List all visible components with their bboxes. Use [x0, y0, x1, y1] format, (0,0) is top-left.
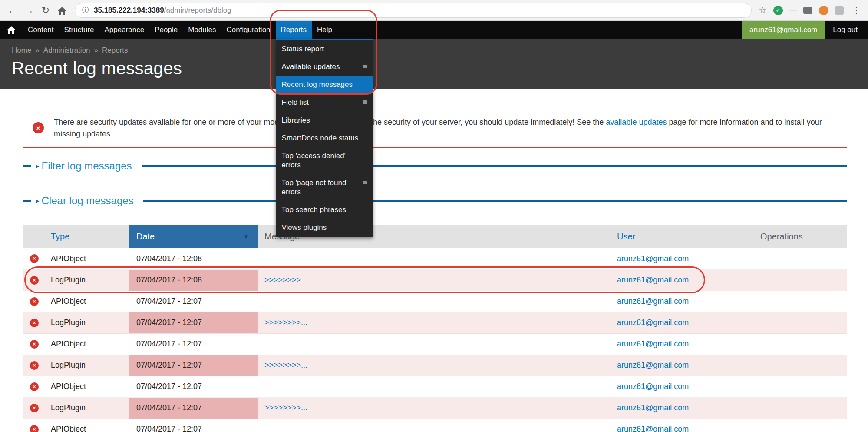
menu-item-label: Field list: [282, 98, 309, 107]
logout-button[interactable]: Log out: [825, 21, 865, 39]
user-column-header[interactable]: User: [610, 225, 736, 248]
toolbar-item-modules[interactable]: Modules: [183, 21, 221, 39]
type-label: APIObject: [51, 425, 86, 432]
menu-item[interactable]: SmartDocs node status: [276, 129, 373, 147]
forward-icon[interactable]: →: [21, 5, 37, 16]
log-rows-body: ×APIObject07/04/2017 - 12:08arunz61@gmai…: [23, 248, 847, 432]
bookmark-star-icon[interactable]: ☆: [759, 5, 767, 16]
clear-fieldset-toggle[interactable]: Clear log messages: [42, 195, 134, 207]
operations-cell: [736, 291, 847, 312]
type-cell: ×LogPlugin: [23, 355, 129, 376]
menu-item[interactable]: Recent log messages: [276, 76, 373, 93]
type-cell: ×APIObject: [23, 291, 129, 312]
available-updates-link[interactable]: available updates: [606, 118, 667, 126]
menu-item[interactable]: Available updates: [276, 58, 373, 76]
url-host: 35.185.222.194:3389: [94, 6, 164, 15]
dim-dots-extension-icon[interactable]: ⋯: [789, 6, 797, 15]
gray-extension-icon[interactable]: [835, 6, 844, 15]
user-link[interactable]: arunz61@gmail.com: [617, 425, 689, 432]
menu-item[interactable]: Top 'access denied' errors: [276, 147, 373, 174]
table-row: ×LogPlugin07/04/2017 - 12:07>>>>>>>>...a…: [23, 355, 847, 376]
operations-cell: [736, 333, 847, 355]
message-link[interactable]: >>>>>>>>...: [264, 318, 307, 327]
toolbar-account-area: arunz61@gmail.com Log out: [742, 21, 865, 39]
back-icon[interactable]: ←: [4, 5, 21, 16]
address-bar[interactable]: ⓘ 35.185.222.194:3389/admin/reports/dblo…: [75, 3, 752, 18]
fieldset-dash: [23, 165, 31, 167]
error-icon: ×: [30, 404, 39, 412]
admin-home-icon[interactable]: [0, 21, 23, 39]
operations-column-header: Operations: [736, 225, 847, 248]
table-row: ×APIObject07/04/2017 - 12:07arunz61@gmai…: [23, 291, 847, 312]
user-link[interactable]: arunz61@gmail.com: [617, 403, 689, 412]
page-title: Recent log messages: [12, 59, 868, 78]
toolbar-item-structure[interactable]: Structure: [59, 21, 99, 39]
menu-item[interactable]: Field list: [276, 93, 373, 111]
home-icon[interactable]: [54, 5, 70, 16]
operations-cell: [736, 397, 847, 419]
type-cell: ×APIObject: [23, 419, 129, 432]
operations-cell: [736, 376, 847, 397]
browser-chrome: ← → ↻ ⓘ 35.185.222.194:3389/admin/report…: [0, 0, 868, 21]
breadcrumb-home[interactable]: Home: [12, 46, 31, 55]
menu-item[interactable]: Status report: [276, 40, 373, 58]
menu-item[interactable]: Top 'page not found' errors: [276, 174, 373, 201]
green-check-extension-icon[interactable]: ✓: [773, 6, 783, 15]
menu-item[interactable]: Top search phrases: [276, 201, 373, 219]
breadcrumb-separator: »: [94, 46, 98, 55]
reload-icon[interactable]: ↻: [37, 5, 54, 16]
user-link[interactable]: arunz61@gmail.com: [617, 297, 689, 306]
menu-item[interactable]: Libraries: [276, 111, 373, 129]
log-messages-table: Type Date ▼ Message User Operations ×API…: [23, 225, 847, 432]
user-link[interactable]: arunz61@gmail.com: [617, 361, 689, 369]
menu-item-label: SmartDocs node status: [282, 133, 359, 143]
toolbar-item-reports[interactable]: Reports Status reportAvailable updatesRe…: [276, 21, 312, 39]
user-link[interactable]: arunz61@gmail.com: [617, 254, 689, 263]
orange-extension-icon[interactable]: [819, 6, 828, 15]
filter-fieldset-toggle[interactable]: Filter log messages: [42, 160, 132, 172]
collapsed-arrow-icon: ▸: [36, 162, 40, 170]
type-label: APIObject: [51, 339, 86, 349]
date-cell: 07/04/2017 - 12:07: [129, 397, 258, 419]
type-label: APIObject: [51, 254, 86, 263]
message-cell: [258, 376, 610, 397]
message-link[interactable]: >>>>>>>>...: [264, 276, 307, 284]
type-cell: ×APIObject: [23, 248, 129, 269]
account-badge[interactable]: arunz61@gmail.com: [742, 21, 825, 39]
operations-cell: [736, 312, 847, 333]
fieldset-dash: [23, 200, 31, 202]
date-header-label: Date: [136, 232, 155, 242]
table-header-row: Type Date ▼ Message User Operations: [23, 225, 847, 248]
user-link[interactable]: arunz61@gmail.com: [617, 382, 689, 391]
browser-menu-icon[interactable]: ⋮: [852, 5, 861, 16]
reports-dropdown-menu: Status reportAvailable updatesRecent log…: [276, 39, 373, 237]
type-cell: ×LogPlugin: [23, 312, 129, 333]
admin-toolbar: Content Structure Appearance People Modu…: [0, 21, 868, 39]
error-icon: ×: [30, 319, 39, 327]
type-column-header[interactable]: Type: [23, 225, 129, 248]
info-icon[interactable]: ⓘ: [82, 6, 89, 15]
menu-item-badge: [363, 100, 367, 104]
dark-extension-icon[interactable]: [803, 7, 812, 14]
menu-item[interactable]: Views plugins: [276, 219, 373, 236]
toolbar-item-people[interactable]: People: [149, 21, 183, 39]
table-row: ×APIObject07/04/2017 - 12:08arunz61@gmai…: [23, 248, 847, 269]
date-cell: 07/04/2017 - 12:07: [129, 291, 258, 312]
message-cell: [258, 419, 610, 432]
menu-item-badge: [363, 181, 367, 184]
user-link[interactable]: arunz61@gmail.com: [617, 318, 689, 327]
user-link[interactable]: arunz61@gmail.com: [617, 339, 689, 348]
sort-desc-icon: ▼: [243, 233, 249, 240]
toolbar-item-help[interactable]: Help: [312, 21, 337, 39]
breadcrumb-administration[interactable]: Administration: [43, 46, 90, 55]
toolbar-item-content[interactable]: Content: [23, 21, 59, 39]
breadcrumb-reports[interactable]: Reports: [102, 46, 128, 55]
message-link[interactable]: >>>>>>>>...: [264, 361, 307, 369]
user-link[interactable]: arunz61@gmail.com: [617, 276, 689, 284]
collapsed-arrow-icon: ▸: [36, 197, 40, 205]
date-column-header[interactable]: Date ▼: [129, 225, 258, 248]
menu-item-label: Views plugins: [282, 223, 327, 232]
message-link[interactable]: >>>>>>>>...: [264, 403, 307, 412]
toolbar-item-appearance[interactable]: Appearance: [99, 21, 150, 39]
toolbar-item-configuration[interactable]: Configuration: [221, 21, 275, 39]
